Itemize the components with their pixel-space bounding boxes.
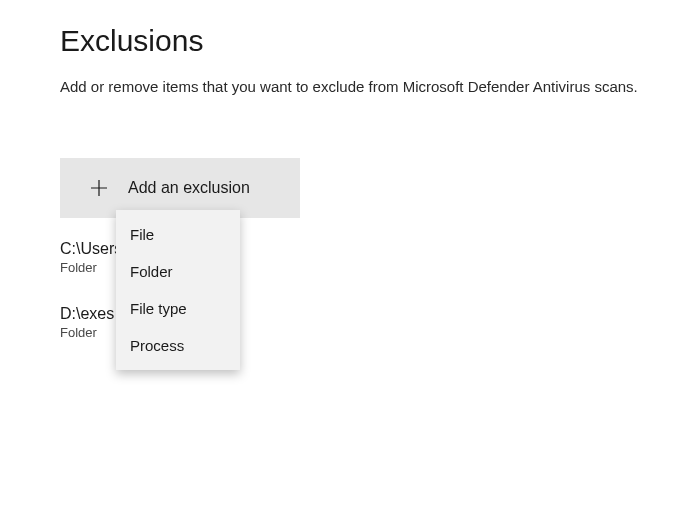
add-exclusion-label: Add an exclusion bbox=[128, 179, 250, 197]
menu-item-process[interactable]: Process bbox=[116, 327, 240, 364]
page-title: Exclusions bbox=[60, 24, 640, 58]
menu-item-folder[interactable]: Folder bbox=[116, 253, 240, 290]
menu-item-file[interactable]: File bbox=[116, 216, 240, 253]
page-description: Add or remove items that you want to exc… bbox=[60, 76, 640, 98]
add-exclusion-menu: File Folder File type Process bbox=[116, 210, 240, 370]
menu-item-file-type[interactable]: File type bbox=[116, 290, 240, 327]
add-exclusion-button[interactable]: Add an exclusion bbox=[60, 158, 300, 218]
plus-icon bbox=[90, 179, 108, 197]
